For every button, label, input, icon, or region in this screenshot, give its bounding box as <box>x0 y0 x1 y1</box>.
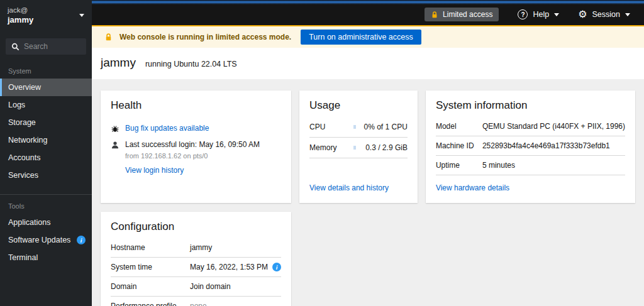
session-label: Session <box>592 10 620 19</box>
last-login-row: Last successful login: May 16, 09:50 AM <box>111 140 281 150</box>
system-time-value: May 16, 2022, 1:53 PM i <box>190 263 281 271</box>
help-icon: ? <box>518 9 528 19</box>
hostname-row: Hostname jammy <box>111 238 281 258</box>
system-time-row: System time May 16, 2022, 1:53 PM i <box>111 258 281 277</box>
sidebar-item-accounts[interactable]: Accounts <box>0 149 92 167</box>
sidebar-item-logs[interactable]: Logs <box>0 96 92 114</box>
nav-section-label: Tools <box>0 195 92 214</box>
user-hostname: jammy <box>8 15 33 25</box>
overview-content: Health Bug fi <box>92 79 644 306</box>
sidebar-search[interactable] <box>6 38 86 55</box>
uptime-value: 5 minutes <box>482 161 625 170</box>
sidebar-item-label: Storage <box>8 118 36 127</box>
card-title: Usage <box>309 99 408 112</box>
turn-on-admin-access-button[interactable]: Turn on administrative access <box>301 30 421 45</box>
domain-label: Domain <box>111 282 190 291</box>
view-hardware-details-link[interactable]: View hardware details <box>436 183 509 192</box>
system-information-card: System information Model QEMU Standard P… <box>426 90 635 203</box>
help-menu[interactable]: ? Help <box>518 9 559 19</box>
cpu-progress-bar <box>353 125 356 129</box>
nav-section-tools: Tools Applications Software Updates i Te… <box>0 194 92 266</box>
uptime-label: Uptime <box>436 161 482 170</box>
user-icon <box>111 141 119 150</box>
last-login-text: Last successful login: May 16, 09:50 AM <box>125 140 260 149</box>
uptime-row: Uptime 5 minutes <box>436 156 625 175</box>
sidebar-item-label: Logs <box>8 101 25 109</box>
info-icon[interactable]: i <box>272 263 281 271</box>
sidebar-item-services[interactable]: Services <box>0 167 92 184</box>
sidebar-item-networking[interactable]: Networking <box>0 131 92 149</box>
machine-id-row: Machine ID 252893b4fa4c4e469a17f333b73ef… <box>436 136 625 156</box>
system-time-label: System time <box>111 263 190 271</box>
sidebar-item-storage[interactable]: Storage <box>0 114 92 131</box>
sidebar: jack@ jammy System Overview Logs <box>0 0 92 306</box>
session-menu[interactable]: ⚙ Session <box>578 9 630 19</box>
search-icon <box>11 43 19 51</box>
model-value: QEMU Standard PC (i440FX + PIIX, 1996) <box>482 122 625 131</box>
sidebar-item-label: Terminal <box>8 253 38 262</box>
cpu-label: CPU <box>309 123 353 131</box>
cpu-usage-row: CPU 0% of 1 CPU <box>309 117 408 138</box>
card-title: Health <box>111 99 281 112</box>
memory-progress-bar <box>353 146 356 150</box>
memory-usage-row: Memory 0.3 / 2.9 GiB <box>309 138 408 158</box>
performance-profile-label: Performance profile <box>111 302 190 306</box>
user-identity: jack@ jammy <box>8 6 33 25</box>
configuration-card: Configuration Hostname jammy System time… <box>101 212 291 306</box>
machine-id-value: 252893b4fa4c4e469a17f333b73efdb1 <box>482 141 625 150</box>
user-menu[interactable]: jack@ jammy <box>0 0 92 28</box>
card-title: System information <box>436 99 625 112</box>
nav-section-label: System <box>0 60 92 79</box>
limited-access-button[interactable]: Limited access <box>425 8 499 21</box>
sidebar-item-label: Accounts <box>8 153 40 162</box>
sidebar-item-label: Applications <box>8 218 50 227</box>
sidebar-item-label: Services <box>8 171 38 180</box>
sidebar-item-overview[interactable]: Overview <box>0 79 92 96</box>
view-details-history-link[interactable]: View details and history <box>309 183 389 192</box>
updates-row: Bug fix updates available <box>111 124 281 133</box>
page-title: jammy <box>101 56 136 70</box>
sidebar-item-software-updates[interactable]: Software Updates i <box>0 231 92 249</box>
lock-icon <box>104 33 113 41</box>
memory-label: Memory <box>309 143 353 152</box>
sidebar-item-label: Software Updates <box>8 236 70 244</box>
lock-icon <box>431 11 438 19</box>
machine-id-label: Machine ID <box>436 141 482 150</box>
bug-fix-updates-link[interactable]: Bug fix updates available <box>125 124 209 133</box>
bug-icon <box>111 124 119 133</box>
card-title: Configuration <box>111 221 281 233</box>
chevron-down-icon <box>625 13 630 16</box>
cockpit-app: jack@ jammy System Overview Logs <box>0 0 644 306</box>
usage-card: Usage CPU 0% of 1 CPU Memory 0.3 / 2. <box>299 90 418 203</box>
limited-access-label: Limited access <box>443 10 492 19</box>
sidebar-item-applications[interactable]: Applications <box>0 214 92 231</box>
page-subtitle: running Ubuntu 22.04 LTS <box>145 60 237 68</box>
main-area: Limited access ? Help ⚙ Session Web c <box>92 0 644 306</box>
last-login-detail: from 192.168.1.62 on pts/0 <box>125 152 281 160</box>
chevron-down-icon <box>554 13 559 16</box>
hostname-label: Hostname <box>111 243 190 252</box>
performance-profile-row: Performance profile none <box>111 297 281 306</box>
gear-icon: ⚙ <box>578 9 587 19</box>
chevron-down-icon <box>79 14 84 17</box>
nav-section-system: System Overview Logs Storage Networking … <box>0 60 92 184</box>
banner-message: Web console is running in limited access… <box>119 33 291 41</box>
hostname-value: jammy <box>190 243 281 252</box>
sidebar-nav: System Overview Logs Storage Networking … <box>0 60 92 306</box>
search-input[interactable] <box>24 42 79 51</box>
username: jack@ <box>8 6 33 14</box>
join-domain-value: Join domain <box>190 282 281 291</box>
health-card: Health Bug fi <box>101 90 291 203</box>
domain-row: Domain Join domain <box>111 277 281 297</box>
view-login-history-link[interactable]: View login history <box>125 166 184 175</box>
model-row: Model QEMU Standard PC (i440FX + PIIX, 1… <box>436 117 625 136</box>
info-icon: i <box>77 236 86 244</box>
sidebar-item-label: Networking <box>8 136 48 145</box>
sidebar-item-label: Overview <box>8 83 41 92</box>
memory-value: 0.3 / 2.9 GiB <box>356 143 408 152</box>
masthead: Limited access ? Help ⚙ Session <box>92 0 644 25</box>
performance-profile-value: none <box>190 302 281 306</box>
limited-access-banner: Web console is running in limited access… <box>92 25 644 48</box>
sidebar-item-terminal[interactable]: Terminal <box>0 249 92 266</box>
cpu-value: 0% of 1 CPU <box>356 123 408 131</box>
